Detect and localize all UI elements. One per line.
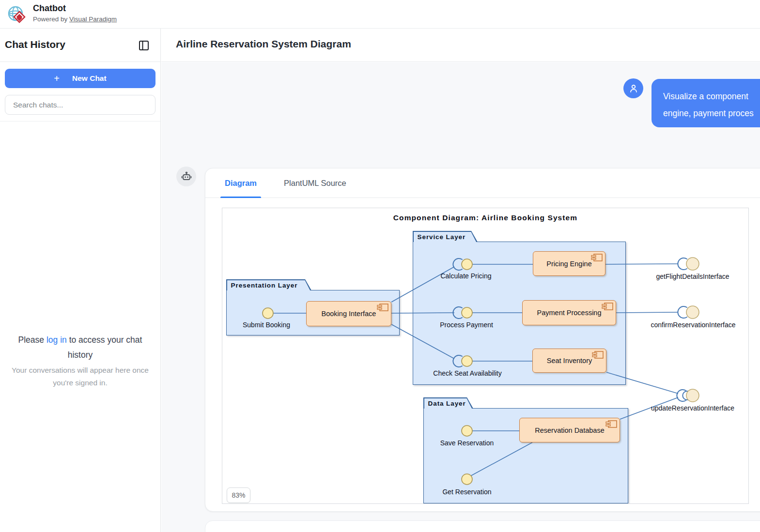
robot-icon	[181, 171, 192, 182]
login-prompt: Please log in to access your chat histor…	[10, 333, 151, 363]
interface-label-get-flight-details: getFlightDetailsInterface	[656, 273, 729, 280]
new-chat-button[interactable]: + New Chat	[5, 69, 155, 88]
component-payment-processing: Payment Processing	[522, 300, 616, 325]
visual-paradigm-logo-icon	[6, 4, 28, 25]
port-label-calculate-pricing: Calculate Pricing	[440, 272, 491, 280]
app-header: Chatbot Powered by Visual Paradigm	[0, 0, 760, 29]
conversation-header: Airline Reservation System Diagram	[161, 29, 760, 62]
bot-avatar	[176, 167, 196, 186]
assistant-answer-card: Diagram PlantUML Source Component Diagra…	[205, 168, 760, 512]
component-label: Reservation Database	[535, 426, 604, 434]
component-pricing-engine: Pricing Engine	[533, 251, 605, 276]
port-label-submit-booking: Submit Booking	[243, 321, 290, 329]
login-prompt-block: Please log in to access your chat histor…	[10, 333, 151, 389]
port-label-get-reservation: Get Reservation	[442, 488, 491, 496]
login-note: Your conversations will appear here once…	[10, 364, 151, 389]
interface-label-confirm-reservation: confirmReservationInterface	[651, 321, 735, 329]
component-label: Pricing Engine	[546, 260, 592, 268]
user-message-line1: Visualize a component	[663, 88, 760, 105]
sidebar-title: Chat History	[5, 39, 65, 50]
interface-label-update-reservation: updateReservationInterface	[651, 404, 734, 412]
sidebar-header: Chat History	[0, 29, 160, 62]
port-label-save-reservation: Save Reservation	[440, 439, 494, 447]
app-title: Chatbot	[33, 3, 66, 14]
component-icon	[592, 351, 604, 359]
zoom-level-badge: 83%	[227, 487, 250, 503]
component-icon	[602, 303, 613, 310]
diagram-connectors	[222, 208, 749, 504]
port-label-process-payment: Process Payment	[440, 321, 493, 329]
person-icon	[628, 83, 639, 94]
conversation-title: Airline Reservation System Diagram	[176, 38, 351, 50]
powered-by: Powered by Visual Paradigm	[33, 15, 117, 23]
tab-bar: Diagram PlantUML Source	[205, 168, 760, 198]
new-chat-label: New Chat	[72, 74, 107, 83]
chat-area: Visualize a component engine, payment pr…	[161, 62, 760, 532]
component-icon	[377, 304, 388, 311]
chat-history-sidebar: Chat History + New Chat Please log in to…	[0, 29, 161, 532]
component-label: Seat Inventory	[547, 357, 592, 365]
component-seat-inventory: Seat Inventory	[532, 349, 606, 373]
port-label-check-seat-availability: Check Seat Availability	[433, 369, 501, 377]
tab-plantuml-source[interactable]: PlantUML Source	[284, 168, 346, 198]
component-reservation-database: Reservation Database	[519, 418, 620, 442]
tab-diagram[interactable]: Diagram	[225, 168, 257, 198]
user-message-line2: engine, payment proces	[663, 105, 760, 122]
sidebar-divider	[0, 121, 160, 122]
user-message-bubble: Visualize a component engine, payment pr…	[651, 79, 760, 127]
component-icon	[605, 420, 617, 428]
plus-icon: +	[54, 73, 60, 84]
collapse-panel-icon[interactable]	[138, 40, 150, 51]
component-icon	[591, 254, 603, 261]
component-label: Booking Interface	[322, 310, 376, 318]
user-avatar	[623, 78, 643, 98]
search-chats-input[interactable]	[5, 95, 155, 115]
diagram-canvas: Component Diagram: Airline Booking Syste…	[222, 208, 749, 504]
visual-paradigm-link[interactable]: Visual Paradigm	[69, 15, 117, 23]
log-in-link[interactable]: log in	[47, 335, 67, 345]
component-booking-interface: Booking Interface	[306, 301, 391, 326]
assistant-text-bubble	[205, 520, 760, 532]
component-label: Payment Processing	[537, 309, 602, 317]
